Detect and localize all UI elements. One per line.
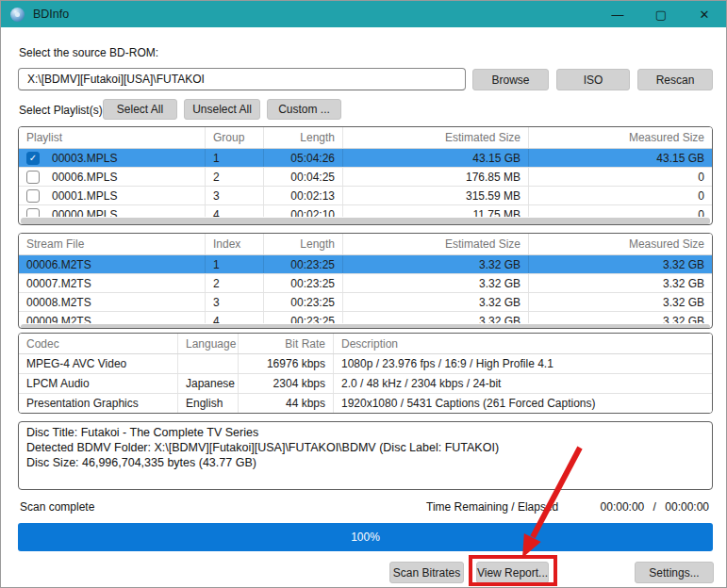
table-cell: 00009.M2TS <box>19 312 206 323</box>
table-cell: 3 <box>206 187 264 204</box>
column-header[interactable]: Stream File <box>19 234 206 254</box>
table-cell: 2304 kbps <box>239 374 334 393</box>
settings-button[interactable]: Settings... <box>635 562 714 583</box>
column-header[interactable]: Measured Size <box>529 234 712 254</box>
table-cell: 00008.M2TS <box>19 293 206 311</box>
table-row[interactable]: 00007.M2TS200:23:253.32 GB3.32 GB <box>19 274 712 293</box>
table-row[interactable]: ✓00003.MPLS105:04:2643.15 GB43.15 GB <box>19 149 712 168</box>
table-cell: 00006.M2TS <box>19 255 206 273</box>
table-cell: 3 <box>206 293 264 311</box>
table-cell: 00:23:25 <box>264 312 343 323</box>
column-header[interactable]: Playlist <box>19 127 206 148</box>
table-cell: 0 <box>529 168 712 186</box>
table-cell: 3.32 GB <box>343 274 529 292</box>
disc-info-box[interactable]: Disc Title: Futakoi - The Complete TV Se… <box>18 421 713 490</box>
table-cell: MPEG-4 AVC Video <box>19 354 178 373</box>
column-header[interactable]: Length <box>264 234 343 254</box>
unselect-all-button[interactable]: Unselect All <box>184 99 260 120</box>
table-cell: 3.32 GB <box>529 274 712 292</box>
table-cell: 1080p / 23.976 fps / 16:9 / High Profile… <box>334 354 712 373</box>
row-checkbox[interactable] <box>26 208 40 217</box>
maximize-button[interactable]: ▢ <box>639 1 683 27</box>
disc-size-line: Disc Size: 46,996,704,335 bytes (43.77 G… <box>26 455 704 470</box>
playlist-table: PlaylistGroupLengthEstimated SizeMeasure… <box>18 126 713 225</box>
table-row[interactable]: LPCM AudioJapanese2304 kbps2.0 / 48 kHz … <box>19 374 712 394</box>
table-row[interactable]: 00008.M2TS300:23:253.32 GB3.32 GB <box>19 293 712 312</box>
table-row[interactable]: 00001.MPLS300:02:13315.59 MB0 <box>19 187 712 205</box>
custom-button[interactable]: Custom ... <box>267 99 341 120</box>
stream-file-table: Stream FileIndexLengthEstimated SizeMeas… <box>18 233 713 329</box>
table-cell: 43.15 GB <box>343 149 529 167</box>
codec-table: CodecLanguageBit RateDescriptionMPEG-4 A… <box>18 333 713 414</box>
table-row[interactable]: MPEG-4 AVC Video16976 kbps1080p / 23.976… <box>19 354 712 374</box>
table-row[interactable]: 00000.MPLS400:02:1011.75 MB0 <box>19 205 712 217</box>
column-header[interactable]: Index <box>206 234 264 254</box>
app-disc-icon <box>10 8 25 22</box>
horizontal-scrollbar[interactable] <box>21 324 710 329</box>
scan-status-text: Scan complete <box>20 500 94 514</box>
progress-bar: 100% <box>18 523 713 551</box>
column-header[interactable]: Measured Size <box>529 127 712 148</box>
view-report-button[interactable]: View Report... <box>476 562 549 583</box>
table-cell: 2 <box>206 168 264 186</box>
time-elapsed-value: 00:00:00 <box>665 500 709 514</box>
scan-bitrates-button[interactable]: Scan Bitrates <box>389 562 464 583</box>
table-cell: 00:02:13 <box>264 187 343 204</box>
close-button[interactable]: ✕ <box>683 1 726 27</box>
table-cell: English <box>178 394 239 413</box>
column-header[interactable]: Bit Rate <box>239 334 334 353</box>
table-cell: 3.32 GB <box>529 255 712 273</box>
table-cell: 00:23:25 <box>264 293 343 311</box>
row-checkbox[interactable]: ✓ <box>26 152 40 165</box>
table-cell: 0 <box>529 187 712 204</box>
column-header[interactable]: Codec <box>19 334 178 353</box>
table-header-row: CodecLanguageBit RateDescription <box>19 334 712 354</box>
bdinfo-window: BDInfo — ▢ ✕ Select the source BD-ROM: B… <box>0 0 727 588</box>
disc-title-line: Disc Title: Futakoi - The Complete TV Se… <box>26 425 704 440</box>
table-cell: 00:23:25 <box>264 274 343 292</box>
column-header[interactable]: Estimated Size <box>343 127 529 148</box>
table-cell: 2.0 / 48 kHz / 2304 kbps / 24-bit <box>334 374 712 393</box>
column-header[interactable]: Language <box>178 334 239 353</box>
table-header-row: PlaylistGroupLengthEstimated SizeMeasure… <box>19 127 712 149</box>
minimize-button[interactable]: — <box>596 1 639 27</box>
select-playlists-label: Select Playlist(s): <box>19 104 106 117</box>
table-cell: 2 <box>206 274 264 292</box>
iso-button[interactable]: ISO <box>556 69 630 90</box>
select-all-button[interactable]: Select All <box>103 99 177 120</box>
table-cell: 3.32 GB <box>529 293 712 311</box>
table-row[interactable]: 00006.MPLS200:04:25176.85 MB0 <box>19 168 712 187</box>
table-cell: 11.75 MB <box>343 205 529 217</box>
table-row[interactable]: 00006.M2TS100:23:253.32 GB3.32 GB <box>19 255 712 274</box>
table-row[interactable]: Presentation GraphicsEnglish44 kbps1920x… <box>19 394 712 414</box>
browse-button[interactable]: Browse <box>472 69 549 90</box>
column-header[interactable]: Length <box>264 127 343 148</box>
table-cell: 1920x1080 / 5431 Captions (261 Forced Ca… <box>334 394 712 413</box>
table-cell: LPCM Audio <box>19 374 178 393</box>
table-cell: 00000.MPLS <box>19 205 206 217</box>
horizontal-scrollbar[interactable] <box>21 218 710 224</box>
table-cell: 44 kbps <box>239 394 334 413</box>
table-cell <box>178 354 239 373</box>
bdmv-folder-line: Detected BDMV Folder: X:\[BDMV][Futakoi]… <box>26 440 704 455</box>
row-checkbox[interactable] <box>26 171 40 184</box>
progress-percent-text: 100% <box>351 531 380 544</box>
table-cell: 00001.MPLS <box>19 187 206 204</box>
table-cell: 3.32 GB <box>529 312 712 323</box>
table-header-row: Stream FileIndexLengthEstimated SizeMeas… <box>19 234 712 255</box>
titlebar: BDInfo — ▢ ✕ <box>1 1 726 27</box>
column-header[interactable]: Description <box>334 334 712 353</box>
rescan-button[interactable]: Rescan <box>637 69 713 90</box>
table-cell: Japanese <box>178 374 239 393</box>
table-cell: 4 <box>206 205 264 217</box>
column-header[interactable]: Estimated Size <box>343 234 529 254</box>
time-separator: / <box>653 500 656 514</box>
row-checkbox[interactable] <box>26 189 40 203</box>
column-header[interactable]: Group <box>206 127 264 148</box>
table-row[interactable]: 00009.M2TS400:23:253.32 GB3.32 GB <box>19 312 712 323</box>
table-cell: 16976 kbps <box>239 354 334 373</box>
table-cell: 176.85 MB <box>343 168 529 186</box>
source-path-input[interactable] <box>18 68 466 90</box>
table-cell: 00007.M2TS <box>19 274 206 292</box>
table-cell: 00:02:10 <box>264 205 343 217</box>
